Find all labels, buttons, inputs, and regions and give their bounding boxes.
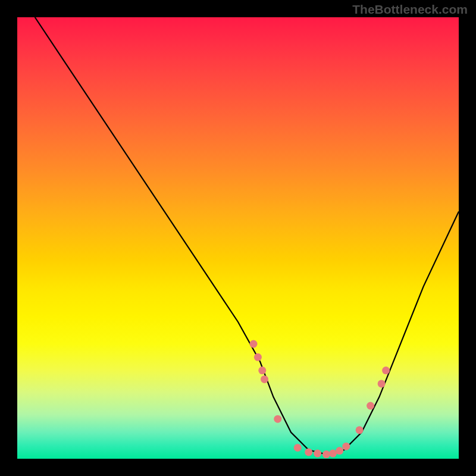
- data-dot: [250, 340, 258, 348]
- data-dot: [305, 448, 312, 456]
- data-dot: [258, 367, 266, 374]
- data-dot: [336, 447, 343, 455]
- data-dot: [342, 443, 350, 450]
- plot-area: [17, 17, 459, 459]
- data-dot: [329, 450, 337, 458]
- data-dot: [356, 426, 364, 434]
- data-dot: [382, 367, 390, 374]
- chart-svg: [17, 17, 459, 459]
- data-dot: [367, 402, 374, 410]
- data-dot: [294, 444, 302, 452]
- scatter-dots: [250, 340, 390, 459]
- data-dot: [274, 415, 281, 423]
- curve-line: [35, 17, 459, 455]
- data-dot: [254, 353, 262, 361]
- data-dot: [261, 375, 268, 383]
- curve-path: [35, 17, 459, 455]
- data-dot: [314, 450, 321, 458]
- watermark-text: TheBottleneck.com: [352, 2, 468, 17]
- data-dot: [322, 450, 330, 458]
- data-dot: [378, 380, 386, 387]
